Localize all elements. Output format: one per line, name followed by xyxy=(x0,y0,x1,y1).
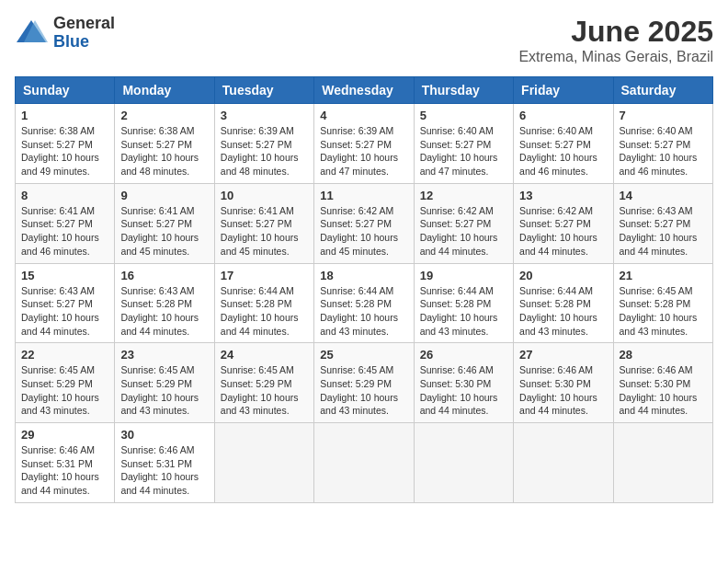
logo-text: General Blue xyxy=(53,15,115,52)
day-number: 30 xyxy=(120,428,208,442)
day-number: 25 xyxy=(320,348,407,362)
day-cell: 1 Sunrise: 6:38 AMSunset: 5:27 PMDayligh… xyxy=(16,104,115,184)
week-row-4: 22 Sunrise: 6:45 AMSunset: 5:29 PMDaylig… xyxy=(16,343,713,423)
day-cell: 25 Sunrise: 6:45 AMSunset: 5:29 PMDaylig… xyxy=(314,343,414,423)
day-cell: 12 Sunrise: 6:42 AMSunset: 5:27 PMDaylig… xyxy=(414,183,513,263)
day-info: Sunrise: 6:46 AMSunset: 5:30 PMDaylight:… xyxy=(420,364,498,416)
day-info: Sunrise: 6:39 AMSunset: 5:27 PMDaylight:… xyxy=(221,125,299,177)
day-cell: 4 Sunrise: 6:39 AMSunset: 5:27 PMDayligh… xyxy=(314,104,414,184)
day-cell: 23 Sunrise: 6:45 AMSunset: 5:29 PMDaylig… xyxy=(115,343,214,423)
day-number: 29 xyxy=(21,428,108,442)
day-cell: 24 Sunrise: 6:45 AMSunset: 5:29 PMDaylig… xyxy=(214,343,313,423)
day-cell: 21 Sunrise: 6:45 AMSunset: 5:28 PMDaylig… xyxy=(613,263,712,343)
logo: General Blue xyxy=(15,15,115,52)
day-number: 28 xyxy=(620,348,707,362)
day-cell: 22 Sunrise: 6:45 AMSunset: 5:29 PMDaylig… xyxy=(16,343,115,423)
header-cell-saturday: Saturday xyxy=(613,77,712,104)
day-info: Sunrise: 6:43 AMSunset: 5:27 PMDaylight:… xyxy=(620,205,698,257)
day-number: 4 xyxy=(320,109,407,122)
day-cell: 3 Sunrise: 6:39 AMSunset: 5:27 PMDayligh… xyxy=(214,104,313,184)
day-cell: 17 Sunrise: 6:44 AMSunset: 5:28 PMDaylig… xyxy=(214,263,313,343)
header-cell-thursday: Thursday xyxy=(414,77,513,104)
day-info: Sunrise: 6:45 AMSunset: 5:29 PMDaylight:… xyxy=(120,364,199,416)
day-number: 23 xyxy=(120,348,208,362)
day-cell: 26 Sunrise: 6:46 AMSunset: 5:30 PMDaylig… xyxy=(414,343,513,423)
day-number: 8 xyxy=(21,189,108,202)
logo-general-label: General xyxy=(53,15,115,33)
day-number: 3 xyxy=(221,109,308,122)
day-number: 5 xyxy=(420,109,507,122)
day-info: Sunrise: 6:45 AMSunset: 5:28 PMDaylight:… xyxy=(620,285,698,337)
day-number: 18 xyxy=(320,269,407,282)
header-cell-friday: Friday xyxy=(514,77,613,104)
title-area: June 2025 Extrema, Minas Gerais, Brazil xyxy=(518,15,713,65)
week-row-2: 8 Sunrise: 6:41 AMSunset: 5:27 PMDayligh… xyxy=(16,183,713,263)
logo-icon xyxy=(15,17,48,50)
day-cell xyxy=(214,423,313,503)
day-cell: 28 Sunrise: 6:46 AMSunset: 5:30 PMDaylig… xyxy=(613,343,712,423)
day-number: 10 xyxy=(221,189,308,202)
day-info: Sunrise: 6:44 AMSunset: 5:28 PMDaylight:… xyxy=(221,285,299,337)
logo-blue-label: Blue xyxy=(53,33,115,52)
day-info: Sunrise: 6:40 AMSunset: 5:27 PMDaylight:… xyxy=(620,125,698,177)
day-info: Sunrise: 6:42 AMSunset: 5:27 PMDaylight:… xyxy=(420,205,498,257)
day-cell: 2 Sunrise: 6:38 AMSunset: 5:27 PMDayligh… xyxy=(115,104,214,184)
day-cell: 7 Sunrise: 6:40 AMSunset: 5:27 PMDayligh… xyxy=(613,104,712,184)
day-info: Sunrise: 6:41 AMSunset: 5:27 PMDaylight:… xyxy=(221,205,299,257)
day-info: Sunrise: 6:38 AMSunset: 5:27 PMDaylight:… xyxy=(21,125,99,177)
header: General Blue June 2025 Extrema, Minas Ge… xyxy=(15,15,713,65)
calendar-body: 1 Sunrise: 6:38 AMSunset: 5:27 PMDayligh… xyxy=(16,104,713,503)
day-cell xyxy=(314,423,414,503)
day-number: 22 xyxy=(21,348,108,362)
day-number: 12 xyxy=(420,189,507,202)
day-number: 17 xyxy=(221,269,308,282)
day-info: Sunrise: 6:41 AMSunset: 5:27 PMDaylight:… xyxy=(120,205,199,257)
day-number: 13 xyxy=(519,189,607,202)
day-info: Sunrise: 6:39 AMSunset: 5:27 PMDaylight:… xyxy=(320,125,398,177)
day-number: 15 xyxy=(21,269,108,282)
day-cell: 19 Sunrise: 6:44 AMSunset: 5:28 PMDaylig… xyxy=(414,263,513,343)
day-info: Sunrise: 6:45 AMSunset: 5:29 PMDaylight:… xyxy=(21,364,99,416)
header-cell-sunday: Sunday xyxy=(16,77,115,104)
calendar-header: SundayMondayTuesdayWednesdayThursdayFrid… xyxy=(16,77,713,104)
day-cell: 30 Sunrise: 6:46 AMSunset: 5:31 PMDaylig… xyxy=(115,423,214,503)
day-cell: 18 Sunrise: 6:44 AMSunset: 5:28 PMDaylig… xyxy=(314,263,414,343)
day-number: 11 xyxy=(320,189,407,202)
day-number: 6 xyxy=(519,109,607,122)
header-cell-monday: Monday xyxy=(115,77,214,104)
day-cell: 6 Sunrise: 6:40 AMSunset: 5:27 PMDayligh… xyxy=(514,104,613,184)
day-cell: 8 Sunrise: 6:41 AMSunset: 5:27 PMDayligh… xyxy=(16,183,115,263)
day-info: Sunrise: 6:45 AMSunset: 5:29 PMDaylight:… xyxy=(320,364,398,416)
day-number: 27 xyxy=(519,348,607,362)
day-cell xyxy=(514,423,613,503)
day-number: 1 xyxy=(21,109,108,122)
header-cell-tuesday: Tuesday xyxy=(214,77,313,104)
day-info: Sunrise: 6:44 AMSunset: 5:28 PMDaylight:… xyxy=(320,285,398,337)
calendar-subtitle: Extrema, Minas Gerais, Brazil xyxy=(518,49,713,65)
day-info: Sunrise: 6:38 AMSunset: 5:27 PMDaylight:… xyxy=(120,125,199,177)
day-number: 2 xyxy=(120,109,208,122)
day-cell: 29 Sunrise: 6:46 AMSunset: 5:31 PMDaylig… xyxy=(16,423,115,503)
day-info: Sunrise: 6:43 AMSunset: 5:27 PMDaylight:… xyxy=(21,285,99,337)
week-row-3: 15 Sunrise: 6:43 AMSunset: 5:27 PMDaylig… xyxy=(16,263,713,343)
header-cell-wednesday: Wednesday xyxy=(314,77,414,104)
day-info: Sunrise: 6:44 AMSunset: 5:28 PMDaylight:… xyxy=(519,285,597,337)
day-number: 24 xyxy=(221,348,308,362)
day-number: 19 xyxy=(420,269,507,282)
day-number: 9 xyxy=(120,189,208,202)
day-info: Sunrise: 6:45 AMSunset: 5:29 PMDaylight:… xyxy=(221,364,299,416)
day-info: Sunrise: 6:40 AMSunset: 5:27 PMDaylight:… xyxy=(519,125,597,177)
week-row-5: 29 Sunrise: 6:46 AMSunset: 5:31 PMDaylig… xyxy=(16,423,713,503)
day-cell: 15 Sunrise: 6:43 AMSunset: 5:27 PMDaylig… xyxy=(16,263,115,343)
day-info: Sunrise: 6:46 AMSunset: 5:30 PMDaylight:… xyxy=(620,364,698,416)
day-cell xyxy=(613,423,712,503)
day-cell: 14 Sunrise: 6:43 AMSunset: 5:27 PMDaylig… xyxy=(613,183,712,263)
day-info: Sunrise: 6:41 AMSunset: 5:27 PMDaylight:… xyxy=(21,205,99,257)
day-number: 26 xyxy=(420,348,507,362)
day-cell: 20 Sunrise: 6:44 AMSunset: 5:28 PMDaylig… xyxy=(514,263,613,343)
day-cell: 16 Sunrise: 6:43 AMSunset: 5:28 PMDaylig… xyxy=(115,263,214,343)
day-info: Sunrise: 6:44 AMSunset: 5:28 PMDaylight:… xyxy=(420,285,498,337)
day-info: Sunrise: 6:40 AMSunset: 5:27 PMDaylight:… xyxy=(420,125,498,177)
day-cell xyxy=(414,423,513,503)
day-info: Sunrise: 6:46 AMSunset: 5:31 PMDaylight:… xyxy=(21,444,99,496)
